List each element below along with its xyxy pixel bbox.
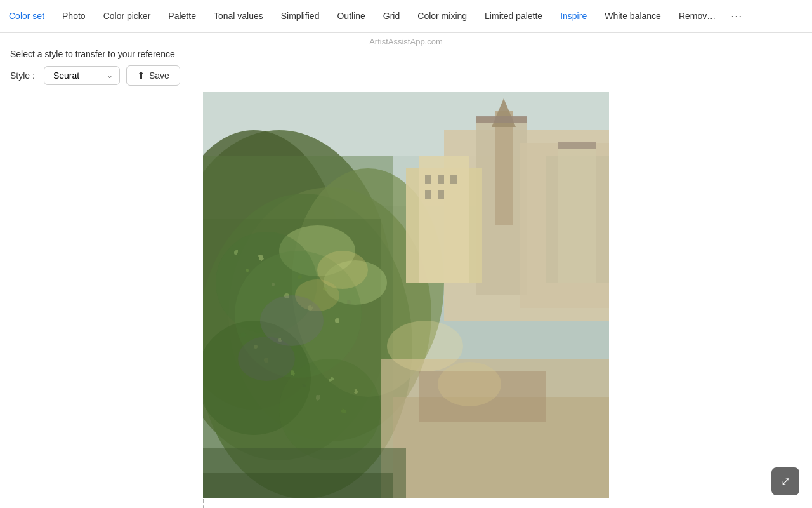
svg-point-46 <box>303 382 306 386</box>
save-icon: ⬆ <box>137 70 145 81</box>
svg-point-34 <box>271 281 275 284</box>
svg-rect-57 <box>558 142 596 149</box>
svg-point-50 <box>353 389 357 392</box>
nav-item-grid[interactable]: Grid <box>374 0 409 33</box>
svg-point-36 <box>296 274 300 278</box>
more-button[interactable]: ··· <box>724 0 749 33</box>
save-label: Save <box>149 70 169 81</box>
chevron-down-icon: ⌄ <box>107 71 113 80</box>
svg-point-41 <box>239 331 244 336</box>
svg-rect-6 <box>495 111 513 225</box>
svg-rect-23 <box>438 190 444 199</box>
nav-item-tonal-values[interactable]: Tonal values <box>205 0 272 33</box>
instruction-text: Select a style to transfer to your refer… <box>0 49 812 59</box>
controls-row: Style : Seurat ⌄ ⬆ Save <box>0 59 812 92</box>
svg-point-32 <box>246 268 249 272</box>
style-select[interactable]: Seurat ⌄ <box>44 66 120 85</box>
nav-item-limited-palette[interactable]: Limited palette <box>476 0 551 33</box>
nav-item-color-set[interactable]: Color set <box>0 0 53 33</box>
style-label: Style : <box>10 70 35 81</box>
style-select-value: Seurat <box>53 70 79 81</box>
painting-area <box>0 92 812 498</box>
svg-rect-60 <box>203 473 393 498</box>
painting-canvas <box>203 92 609 498</box>
svg-point-39 <box>334 318 339 323</box>
nav-item-palette[interactable]: Palette <box>159 0 205 33</box>
svg-point-62 <box>438 362 501 406</box>
svg-rect-58 <box>476 116 527 123</box>
svg-point-30 <box>279 359 381 460</box>
svg-rect-56 <box>558 143 596 283</box>
nav-item-simplified[interactable]: Simplified <box>272 0 329 33</box>
svg-point-47 <box>315 394 320 399</box>
watermark: ArtistAssistApp.com <box>0 33 812 49</box>
nav-item-remove[interactable]: Remov… <box>670 0 724 33</box>
svg-rect-19 <box>425 175 431 184</box>
svg-point-31 <box>232 248 237 253</box>
svg-point-40 <box>347 300 351 304</box>
svg-rect-21 <box>450 175 457 184</box>
svg-point-49 <box>340 407 345 412</box>
nav-item-photo[interactable]: Photo <box>53 0 95 33</box>
nav-item-inspire[interactable]: Inspire <box>551 0 596 33</box>
svg-point-33 <box>258 255 263 260</box>
svg-point-61 <box>387 321 463 371</box>
nav-item-white-balance[interactable]: White balance <box>596 0 670 33</box>
svg-rect-20 <box>438 175 444 184</box>
svg-rect-22 <box>425 190 431 199</box>
nav-bar: Color set Photo Color picker Palette Ton… <box>0 0 812 33</box>
save-button[interactable]: ⬆ Save <box>126 65 180 86</box>
nav-item-color-picker[interactable]: Color picker <box>95 0 160 33</box>
painting-svg <box>203 92 609 498</box>
fullscreen-button[interactable]: ⤢ <box>771 467 799 495</box>
nav-item-color-mixing[interactable]: Color mixing <box>409 0 476 33</box>
svg-point-54 <box>238 337 295 381</box>
svg-point-48 <box>328 376 332 380</box>
fullscreen-icon: ⤢ <box>781 474 790 488</box>
nav-item-outline[interactable]: Outline <box>328 0 374 33</box>
